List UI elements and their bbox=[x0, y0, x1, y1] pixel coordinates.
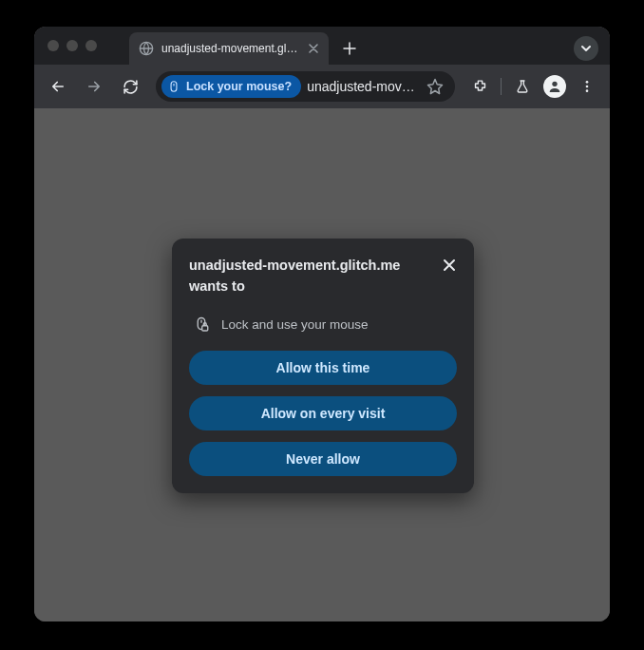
svg-point-4 bbox=[586, 81, 589, 84]
browser-tab[interactable]: unadjusted-movement.glitch. bbox=[129, 32, 329, 65]
svg-rect-9 bbox=[202, 325, 208, 330]
globe-icon bbox=[139, 41, 154, 56]
forward-button[interactable] bbox=[78, 70, 110, 103]
new-tab-button[interactable] bbox=[336, 35, 363, 62]
menu-button[interactable] bbox=[572, 71, 602, 102]
bookmark-button[interactable] bbox=[423, 74, 447, 99]
permission-dialog: unadjusted-movement.glitch.me wants to bbox=[172, 239, 474, 493]
mouse-lock-icon bbox=[193, 316, 210, 334]
dialog-title: unadjusted-movement.glitch.me wants to bbox=[189, 256, 428, 297]
page-content: unadjusted-movement.glitch.me wants to bbox=[34, 108, 610, 621]
allow-every-visit-button[interactable]: Allow on every visit bbox=[189, 396, 457, 430]
toolbar: Lock your mouse? unadjusted-mov… bbox=[34, 65, 610, 108]
address-bar[interactable]: Lock your mouse? unadjusted-mov… bbox=[156, 71, 455, 102]
labs-button[interactable] bbox=[507, 71, 538, 102]
extensions-button[interactable] bbox=[464, 71, 495, 102]
toolbar-divider bbox=[501, 78, 502, 95]
svg-point-6 bbox=[586, 89, 589, 92]
svg-point-5 bbox=[586, 86, 589, 88]
url-text: unadjusted-mov… bbox=[307, 79, 417, 94]
back-button[interactable] bbox=[42, 70, 74, 103]
never-allow-button[interactable]: Never allow bbox=[189, 442, 457, 476]
permission-chip-label: Lock your mouse? bbox=[186, 80, 292, 93]
svg-rect-1 bbox=[171, 82, 177, 92]
window-zoom-button[interactable] bbox=[85, 40, 97, 51]
permission-chip[interactable]: Lock your mouse? bbox=[161, 75, 301, 98]
window-close-button[interactable] bbox=[47, 40, 59, 51]
mouse-icon bbox=[167, 80, 180, 93]
profile-button[interactable] bbox=[540, 71, 570, 102]
dialog-close-button[interactable] bbox=[438, 254, 461, 277]
tab-close-button[interactable] bbox=[306, 41, 321, 56]
tab-title: unadjusted-movement.glitch. bbox=[161, 42, 298, 55]
titlebar: unadjusted-movement.glitch. bbox=[34, 27, 610, 65]
permission-label: Lock and use your mouse bbox=[221, 317, 369, 332]
reload-button[interactable] bbox=[114, 70, 146, 103]
tab-search-button[interactable] bbox=[574, 36, 598, 61]
window-minimize-button[interactable] bbox=[66, 40, 78, 51]
allow-once-button[interactable]: Allow this time bbox=[189, 351, 457, 385]
avatar-icon bbox=[543, 75, 566, 98]
svg-point-3 bbox=[552, 82, 557, 86]
